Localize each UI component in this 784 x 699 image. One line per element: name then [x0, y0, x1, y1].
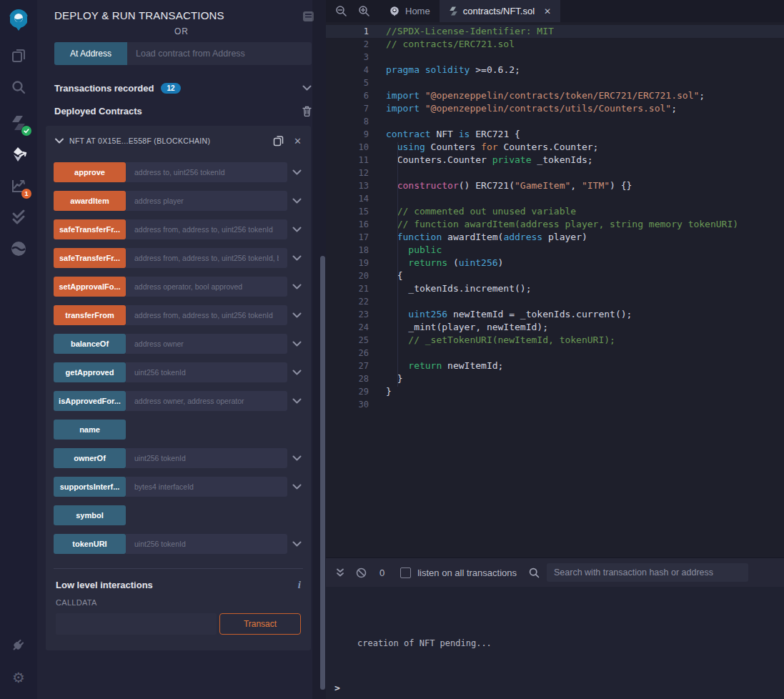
function-button-name[interactable]: name: [54, 420, 126, 440]
function-button-symbol[interactable]: symbol: [54, 505, 126, 525]
clear-instances-trash-icon[interactable]: [302, 106, 312, 116]
terminal-search-input[interactable]: [547, 563, 748, 582]
function-args-input[interactable]: [126, 362, 287, 382]
clear-console-icon[interactable]: [356, 567, 367, 578]
transactions-expand-chevron-icon[interactable]: [302, 85, 312, 91]
settings-gear-icon: ⚙: [12, 670, 25, 685]
panel-title: DEPLOY & RUN TRANSACTIONS: [54, 9, 224, 21]
terminal-expand-chevrons-icon[interactable]: [336, 568, 344, 577]
function-args-input[interactable]: [126, 305, 287, 325]
listen-all-transactions-label: listen on all transactions: [417, 567, 517, 578]
line-number: 8: [326, 115, 369, 128]
function-expand-chevron-icon[interactable]: [287, 219, 307, 239]
function-args-input[interactable]: [126, 391, 287, 411]
line-number: 22: [326, 295, 369, 308]
function-button-tokenuri[interactable]: tokenURI: [54, 534, 126, 554]
code-line: 14: [326, 192, 784, 205]
sidebar-item-settings[interactable]: ⚙: [0, 662, 37, 693]
function-args-input[interactable]: [126, 191, 287, 211]
remix-logo-icon: [6, 8, 31, 32]
line-number: 27: [326, 360, 369, 372]
sidebar-item-solidity-compiler[interactable]: [0, 107, 37, 139]
analysis-count-badge: 1: [21, 189, 31, 199]
function-button-supportsinterf[interactable]: supportsInterf...: [54, 477, 126, 497]
code-line: 10 using Counters for Counters.Counter;: [326, 141, 784, 154]
sidebar-item-static-analysis[interactable]: 1: [0, 170, 37, 202]
zoom-out-icon[interactable]: [335, 5, 347, 17]
calldata-input[interactable]: [56, 613, 217, 635]
sidebar-item-unit-testing[interactable]: [0, 202, 37, 233]
sidebar-item-plugin-manager[interactable]: [0, 629, 37, 660]
zoom-in-icon[interactable]: [358, 5, 370, 17]
function-button-safetransferfr[interactable]: safeTransferFr...: [54, 219, 126, 239]
function-expand-chevron-icon[interactable]: [287, 477, 307, 497]
function-button-safetransferfr[interactable]: safeTransferFr...: [54, 248, 126, 268]
at-address-input[interactable]: [127, 42, 312, 65]
function-expand-chevron-icon[interactable]: [287, 534, 307, 554]
function-expand-chevron-icon[interactable]: [287, 334, 307, 354]
transactions-recorded-label: Transactions recorded: [54, 83, 154, 94]
transactions-count-badge: 12: [161, 83, 180, 94]
function-expand-chevron-icon[interactable]: [287, 362, 307, 382]
sidebar-item-deploy-run[interactable]: [0, 139, 37, 170]
line-number: 14: [326, 192, 369, 205]
at-address-button[interactable]: At Address: [54, 42, 127, 65]
code-editor[interactable]: 1//SPDX-License-Identifier: MIT2// contr…: [326, 22, 784, 560]
function-args-input[interactable]: [126, 162, 287, 182]
vertical-icon-panel: 1 ⚙: [0, 0, 37, 699]
function-button-approve[interactable]: approve: [54, 162, 126, 182]
function-args-input[interactable]: [126, 219, 287, 239]
function-args-input[interactable]: [126, 334, 287, 354]
function-button-transferfrom[interactable]: transferFrom: [54, 305, 126, 325]
panel-scrollbar-thumb[interactable]: [320, 256, 325, 690]
function-button-ownerof[interactable]: ownerOf: [54, 448, 126, 468]
function-args-input[interactable]: [126, 534, 287, 554]
line-number: 28: [326, 372, 369, 385]
code-line: 8: [326, 115, 784, 128]
contract-collapse-chevron-icon[interactable]: [55, 138, 64, 144]
function-button-balanceof[interactable]: balanceOf: [54, 334, 126, 354]
function-expand-chevron-icon[interactable]: [287, 277, 307, 297]
function-args-input[interactable]: [126, 448, 287, 468]
tab-contracts-nft-sol[interactable]: contracts/NFT.sol ✕: [440, 0, 560, 22]
remove-instance-close-icon[interactable]: ✕: [294, 137, 302, 146]
sidebar-item-search[interactable]: [0, 71, 37, 103]
line-number: 30: [326, 398, 369, 411]
tab-home[interactable]: Home: [379, 0, 440, 22]
sidebar-item-file-explorer[interactable]: [0, 40, 37, 71]
calldata-label: CALLDATA: [56, 598, 301, 607]
function-button-awarditem[interactable]: awardItem: [54, 191, 126, 211]
function-args-input[interactable]: [126, 277, 287, 297]
info-icon[interactable]: i: [298, 579, 301, 591]
code-line: 6import "@openzeppelin/contracts/token/E…: [326, 89, 784, 102]
function-expand-chevron-icon[interactable]: [287, 305, 307, 325]
function-expand-chevron-icon[interactable]: [287, 191, 307, 211]
terminal-output[interactable]: creation of NFT pending... >: [326, 587, 784, 699]
tab-close-icon[interactable]: ✕: [544, 6, 551, 16]
function-args-input[interactable]: [126, 477, 287, 497]
transact-button[interactable]: Transact: [219, 613, 301, 635]
line-number: 16: [326, 218, 369, 231]
function-expand-chevron-icon[interactable]: [287, 248, 307, 268]
function-button-getapproved[interactable]: getApproved: [54, 362, 126, 382]
line-number: 5: [326, 76, 369, 89]
function-args-input[interactable]: [126, 248, 287, 268]
code-line: 15 // commented out unused variable: [326, 205, 784, 218]
line-number: 18: [326, 244, 369, 257]
function-row: isApprovedFor...: [54, 391, 307, 411]
code-line: 3: [326, 51, 784, 64]
function-button-setapprovalfo[interactable]: setApprovalFo...: [54, 277, 126, 297]
code-line: 16 // function awardItem(address player,…: [326, 218, 784, 231]
function-expand-chevron-icon[interactable]: [287, 162, 307, 182]
listen-all-transactions-checkbox[interactable]: [400, 567, 411, 578]
function-button-isapprovedfor[interactable]: isApprovedFor...: [54, 391, 126, 411]
function-expand-chevron-icon[interactable]: [287, 391, 307, 411]
line-number: 1: [326, 25, 369, 38]
function-expand-chevron-icon[interactable]: [287, 448, 307, 468]
plugin-manager-icon: [11, 637, 26, 653]
or-separator: OR: [37, 28, 326, 34]
sidebar-item-debugger[interactable]: [0, 233, 37, 264]
remix-logo[interactable]: [0, 0, 37, 40]
tab-label: contracts/NFT.sol: [463, 6, 535, 16]
copy-address-icon[interactable]: [273, 135, 284, 147]
